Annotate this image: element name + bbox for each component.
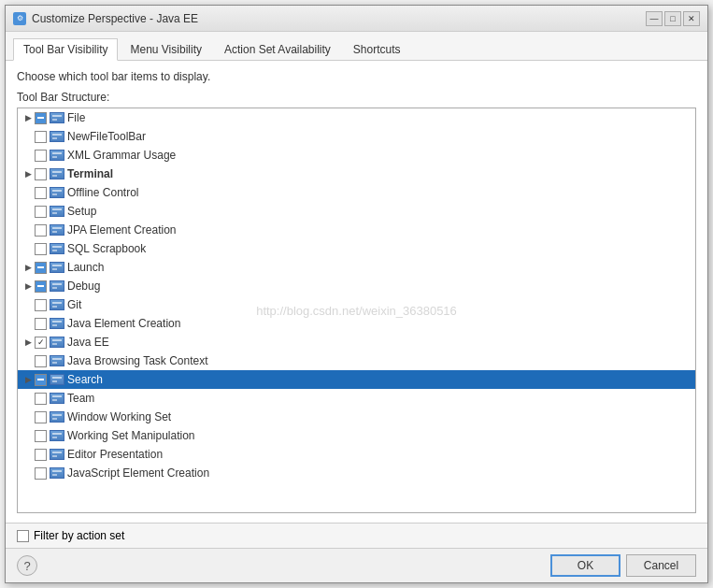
tree-item-label: Search: [67, 373, 103, 386]
tree-item-checkbox[interactable]: [35, 262, 47, 274]
tree-item-checkbox[interactable]: [35, 280, 47, 293]
minimize-button[interactable]: —: [646, 11, 663, 26]
toolbar-icon: [50, 410, 64, 423]
tree-container[interactable]: http://blog.csdn.net/weixin_36380516 ▶Fi…: [17, 108, 696, 513]
tree-item-checkbox[interactable]: [35, 150, 47, 162]
tree-row[interactable]: ▶NewFileToolBar: [18, 127, 695, 146]
button-bar: ? OK Cancel: [6, 548, 707, 582]
help-button[interactable]: ?: [17, 555, 37, 576]
tree-row[interactable]: ▶SQL Scrapbook: [18, 239, 695, 258]
ok-button[interactable]: OK: [550, 554, 620, 577]
tree-row[interactable]: ▶Java Browsing Task Context: [18, 351, 695, 370]
filter-checkbox[interactable]: [17, 530, 29, 542]
tree-item-label: Launch: [67, 261, 104, 274]
tree-row[interactable]: ▶Team: [18, 389, 695, 408]
toolbar-icon: [50, 111, 64, 124]
tree-row[interactable]: ▶Java Element Creation: [18, 314, 695, 333]
tree-item-checkbox[interactable]: [35, 318, 47, 330]
toolbar-icon: [50, 167, 64, 180]
tree-item-label: Window Working Set: [67, 410, 171, 423]
tree-item-checkbox[interactable]: [35, 299, 47, 311]
tree-row[interactable]: ▶XML Grammar Usage: [18, 146, 695, 165]
tree-row[interactable]: ▶Terminal: [18, 165, 695, 183]
tree-toggle-icon[interactable]: ▶: [21, 261, 35, 274]
tree-row[interactable]: ▶Offline Control: [18, 183, 695, 202]
toolbar-icon: [50, 336, 64, 349]
tree-item-checkbox[interactable]: [35, 355, 47, 367]
tree-toggle-icon[interactable]: ▶: [21, 111, 35, 124]
tree-item-checkbox[interactable]: [35, 224, 47, 237]
toolbar-icon: [50, 130, 64, 143]
tree-row[interactable]: ▶Search: [18, 370, 695, 389]
window-title: Customize Perspective - Java EE: [32, 12, 198, 25]
toolbar-icon: [50, 186, 64, 199]
tree-row[interactable]: ▶File: [18, 108, 695, 127]
maximize-button[interactable]: □: [664, 11, 681, 26]
tree-item-checkbox[interactable]: [35, 337, 47, 349]
tree-row[interactable]: ▶JPA Element Creation: [18, 221, 695, 239]
toolbar-icon: [50, 429, 64, 442]
tab-menu-visibility[interactable]: Menu Visibility: [120, 38, 211, 61]
toolbar-icon: [50, 242, 64, 255]
tree-item-label: Java Browsing Task Context: [67, 354, 208, 367]
main-content: Choose which tool bar items to display. …: [6, 61, 707, 523]
tree-item-checkbox[interactable]: [35, 187, 47, 199]
tree-row[interactable]: ▶Java EE: [18, 333, 695, 351]
tab-shortcuts[interactable]: Shortcuts: [343, 38, 411, 61]
tree-item-checkbox[interactable]: [35, 374, 47, 386]
tree-item-checkbox[interactable]: [35, 467, 47, 480]
tree-row[interactable]: ▶Editor Presentation: [18, 445, 695, 464]
tab-bar: Tool Bar Visibility Menu Visibility Acti…: [6, 32, 707, 61]
tree-item-checkbox[interactable]: [35, 243, 47, 255]
tab-toolbar-visibility[interactable]: Tool Bar Visibility: [13, 38, 118, 61]
toolbar-icon: [50, 280, 64, 293]
tree-row[interactable]: ▶Window Working Set: [18, 408, 695, 426]
tree-item-checkbox[interactable]: [35, 168, 47, 180]
tree-item-checkbox[interactable]: [35, 449, 47, 461]
toolbar-icon: [50, 354, 64, 367]
tree-toggle-icon[interactable]: ▶: [21, 167, 35, 180]
tree-item-label: Debug: [67, 280, 100, 293]
close-button[interactable]: ✕: [683, 11, 700, 26]
tree-item-label: Java EE: [67, 336, 109, 349]
tree-item-checkbox[interactable]: [35, 411, 47, 423]
toolbar-icon: [50, 149, 64, 162]
tree-item-label: NewFileToolBar: [67, 130, 146, 143]
tree-row[interactable]: ▶Debug: [18, 277, 695, 295]
tree-item-label: JPA Element Creation: [67, 223, 177, 237]
tree-item-checkbox[interactable]: [35, 131, 47, 143]
tree-item-label: File: [67, 111, 85, 124]
tree-item-label: Terminal: [67, 167, 113, 180]
toolbar-icon: [50, 466, 64, 480]
title-bar: ⚙ Customize Perspective - Java EE — □ ✕: [6, 6, 707, 32]
description-text: Choose which tool bar items to display.: [17, 70, 696, 83]
tree-item-checkbox[interactable]: [35, 393, 47, 405]
title-bar-controls: — □ ✕: [646, 11, 700, 26]
toolbar-icon: [50, 317, 64, 330]
tree-item-label: Editor Presentation: [67, 448, 163, 461]
tree-toggle-icon[interactable]: ▶: [21, 336, 35, 349]
tree-item-checkbox[interactable]: [35, 430, 47, 442]
section-label: Tool Bar Structure:: [17, 91, 696, 104]
toolbar-icon: [50, 205, 64, 218]
tree-row[interactable]: ▶Launch: [18, 258, 695, 277]
toolbar-icon: [50, 223, 64, 237]
tree-item-label: XML Grammar Usage: [67, 149, 176, 162]
tree-item-label: Setup: [67, 205, 96, 218]
tree-row[interactable]: ▶Setup: [18, 202, 695, 221]
tree-row[interactable]: ▶Git: [18, 295, 695, 314]
filter-label: Filter by action set: [34, 529, 124, 542]
tree-item-checkbox[interactable]: [35, 206, 47, 218]
tree-item-label: Java Element Creation: [67, 317, 180, 330]
tree-item-checkbox[interactable]: [35, 112, 47, 124]
tab-action-set-availability[interactable]: Action Set Availability: [214, 38, 341, 61]
tree-item-label: Working Set Manipulation: [67, 429, 195, 442]
cancel-button[interactable]: Cancel: [626, 554, 696, 577]
toolbar-icon: [50, 373, 64, 386]
tree-row[interactable]: ▶Working Set Manipulation: [18, 426, 695, 445]
tree-row[interactable]: ▶JavaScript Element Creation: [18, 464, 695, 482]
filter-checkbox-label[interactable]: Filter by action set: [17, 529, 124, 542]
tree-toggle-icon[interactable]: ▶: [21, 280, 35, 293]
toolbar-icon: [50, 392, 64, 405]
tree-toggle-icon[interactable]: ▶: [21, 373, 35, 386]
